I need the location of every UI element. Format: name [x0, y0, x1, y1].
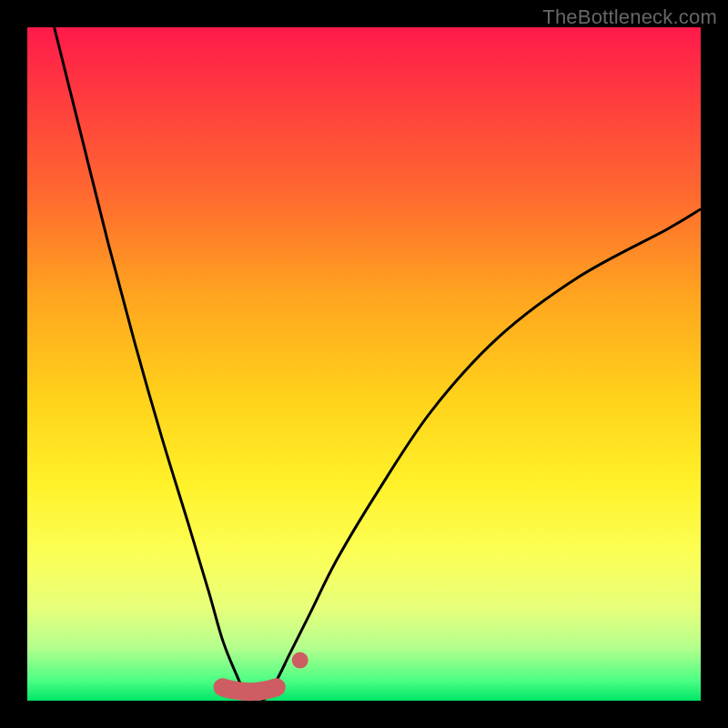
bottleneck-curve [55, 27, 701, 703]
sweet-spot-segment [223, 687, 277, 692]
sweet-spot-dot [292, 652, 308, 669]
chart-frame: TheBottleneck.com [0, 0, 728, 728]
watermark-text: TheBottleneck.com [542, 5, 717, 29]
curve-layer [27, 27, 701, 701]
